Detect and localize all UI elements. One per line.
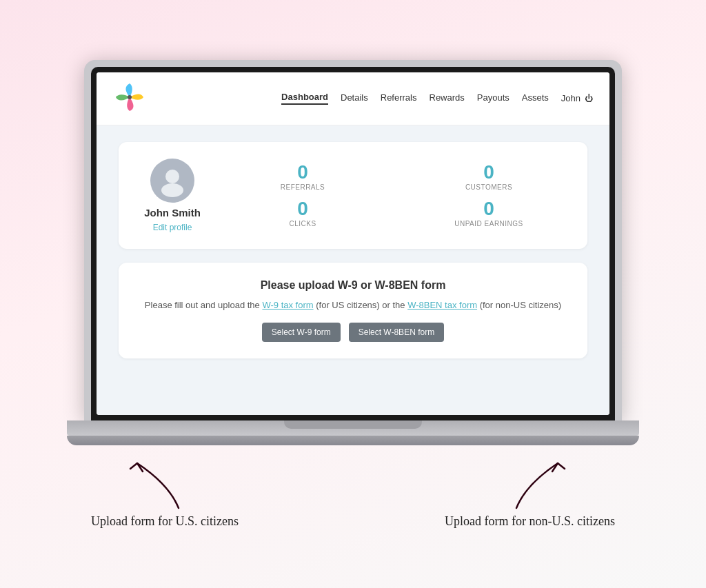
select-w9-button[interactable]: Select W-9 form: [262, 323, 341, 342]
laptop-screen: Dashboard Details Referrals Rewards Payo…: [97, 72, 609, 415]
laptop-bezel: Dashboard Details Referrals Rewards Payo…: [91, 67, 615, 420]
nav-user-name: John: [561, 93, 581, 103]
avatar: [150, 159, 194, 203]
select-w8ben-button[interactable]: Select W-8BEN form: [349, 323, 444, 342]
nav-details[interactable]: Details: [341, 92, 368, 104]
annotation-left-label: Upload form for U.S. citizens: [91, 514, 239, 529]
nav-user: John ⏻: [561, 93, 593, 103]
tax-card: Please upload W-9 or W-8BEN form Please …: [119, 263, 587, 359]
avatar-icon: [156, 164, 189, 197]
stat-clicks-value: 0: [297, 199, 308, 219]
arrow-right-icon: [489, 456, 572, 511]
annotation-left: Upload form for U.S. citizens: [91, 456, 239, 529]
tax-card-description: Please fill out and upload the W-9 tax f…: [141, 298, 565, 312]
nav-referrals[interactable]: Referrals: [381, 92, 417, 104]
annotations-row: Upload form for U.S. citizens Upload for…: [91, 456, 615, 529]
nav-payouts[interactable]: Payouts: [477, 92, 510, 104]
edit-profile-link[interactable]: Edit profile: [153, 223, 192, 232]
stat-customers: 0 CUSTOMERS: [410, 163, 568, 191]
stat-referrals-label: REFERRALS: [281, 183, 325, 191]
tax-buttons: Select W-9 form Select W-8BEN form: [141, 323, 565, 342]
laptop-stand: [67, 436, 639, 445]
logo-area: [113, 81, 146, 116]
svg-point-0: [128, 95, 132, 99]
stat-customers-label: CUSTOMERS: [465, 183, 512, 191]
w9-link[interactable]: W-9 tax form: [262, 300, 313, 310]
navbar: Dashboard Details Referrals Rewards Payo…: [97, 72, 609, 125]
w8ben-link[interactable]: W-8BEN tax form: [407, 300, 477, 310]
annotation-right: Upload form for non-U.S. citizens: [445, 456, 615, 529]
profile-card: John Smith Edit profile 0 REFERRALS 0 CU…: [119, 142, 587, 249]
laptop-base: [67, 420, 639, 436]
annotation-right-label: Upload form for non-U.S. citizens: [445, 514, 615, 529]
tax-desc-middle: (for US citizens) or the: [314, 300, 408, 310]
stat-referrals: 0 REFERRALS: [223, 163, 382, 191]
laptop-base-notch: [284, 420, 422, 429]
stat-customers-value: 0: [483, 163, 494, 182]
user-name: John Smith: [144, 207, 201, 219]
laptop-screen-outer: Dashboard Details Referrals Rewards Payo…: [84, 60, 622, 420]
tax-card-title: Please upload W-9 or W-8BEN form: [141, 279, 565, 292]
power-icon[interactable]: ⏻: [585, 94, 593, 103]
svg-point-2: [161, 183, 183, 197]
stat-unpaid-earnings: 0 UNPAID EARNINGS: [410, 199, 568, 227]
nav-rewards[interactable]: Rewards: [430, 92, 465, 104]
stat-clicks-label: CLICKS: [289, 220, 316, 227]
nav-dashboard[interactable]: Dashboard: [281, 92, 328, 105]
laptop-wrapper: Dashboard Details Referrals Rewards Payo…: [84, 60, 622, 529]
stats-grid: 0 REFERRALS 0 CUSTOMERS 0 CLICKS: [223, 163, 568, 227]
tax-desc-before: Please fill out and upload the: [145, 300, 263, 310]
nav-assets[interactable]: Assets: [522, 92, 549, 104]
stat-referrals-value: 0: [297, 163, 308, 182]
stat-clicks: 0 CLICKS: [223, 199, 382, 227]
nav-links: Dashboard Details Referrals Rewards Payo…: [281, 92, 593, 105]
logo-pinwheel: [113, 81, 146, 114]
stat-unpaid-earnings-label: UNPAID EARNINGS: [454, 220, 523, 227]
svg-point-1: [165, 170, 179, 183]
avatar-section: John Smith Edit profile: [138, 159, 207, 232]
tax-desc-after: (for non-US citizens): [477, 300, 561, 310]
arrow-left-icon: [123, 456, 206, 511]
stat-unpaid-earnings-value: 0: [483, 199, 494, 219]
screen-content: John Smith Edit profile 0 REFERRALS 0 CU…: [97, 125, 609, 415]
